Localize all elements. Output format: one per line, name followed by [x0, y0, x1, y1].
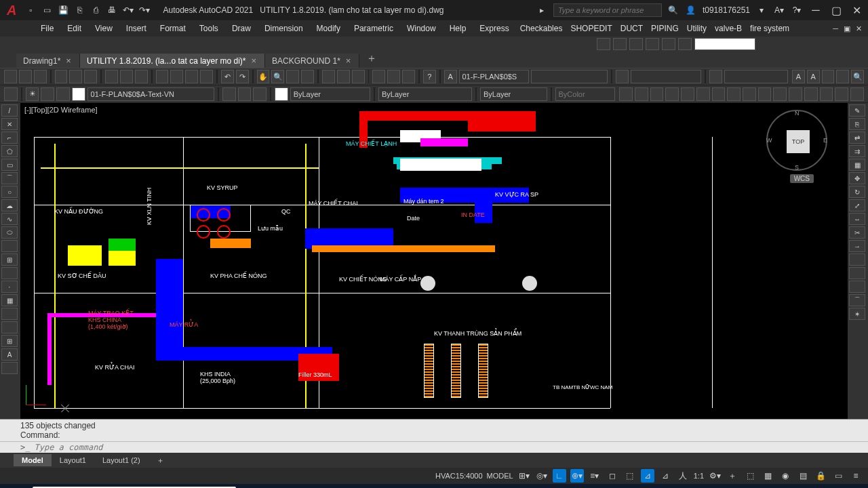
copy-tool-icon[interactable]: ⎘ — [849, 118, 865, 130]
linetype-select[interactable]: ByLayer — [378, 87, 472, 101]
erase-tool-icon[interactable]: ✎ — [849, 104, 865, 117]
dim-space-icon[interactable] — [773, 87, 787, 101]
menu-valve[interactable]: valve-B — [711, 21, 746, 36]
task-chrome-icon[interactable] — [429, 484, 458, 488]
tb-copy-icon[interactable] — [120, 70, 133, 83]
circle-tool-icon[interactable]: ○ — [1, 186, 18, 198]
xline-tool-icon[interactable]: ✕ — [1, 118, 18, 130]
tb-xref-icon[interactable] — [185, 70, 198, 83]
share-icon[interactable]: ▸ — [536, 4, 548, 16]
status-clean-icon[interactable]: ▭ — [831, 469, 845, 483]
dim-linear-icon[interactable] — [619, 87, 633, 101]
menu-express[interactable]: Express — [473, 21, 515, 36]
tb-help-icon[interactable]: ? — [423, 70, 436, 83]
rotate-tool-icon[interactable]: ↻ — [849, 186, 865, 198]
lineweight-select[interactable]: ByLayer — [480, 87, 547, 101]
status-trans-icon[interactable]: 人 — [676, 469, 690, 483]
menu-shopedit[interactable]: SHOPEDIT — [566, 21, 616, 36]
tb-preview-icon[interactable] — [69, 70, 82, 83]
user-icon[interactable]: 👤 — [685, 4, 697, 16]
layout2-tab[interactable]: Layout1 (2) — [94, 454, 149, 466]
dim-jog-icon[interactable] — [727, 87, 741, 101]
tb-new-icon[interactable] — [4, 70, 17, 83]
tb-dim1-icon[interactable] — [372, 70, 385, 83]
qat-undo-icon[interactable]: ↶▾ — [122, 4, 134, 16]
table-style-select[interactable] — [631, 70, 701, 83]
layer-match-icon[interactable] — [253, 87, 267, 101]
qat-plot-icon[interactable]: ⎙ — [90, 4, 102, 16]
tb-block-icon[interactable] — [170, 70, 183, 83]
help-icon[interactable]: ?▾ — [791, 4, 803, 16]
command-input[interactable] — [34, 443, 848, 452]
search-icon[interactable]: 🔍 — [667, 4, 679, 16]
point-tool-icon[interactable]: · — [1, 281, 18, 293]
menu-dimension[interactable]: Dimension — [258, 21, 310, 36]
menu-format[interactable]: Format — [153, 21, 193, 36]
ellipse-tool-icon[interactable]: ⬭ — [1, 226, 18, 239]
task-explorer-icon[interactable]: 📁 — [335, 484, 365, 488]
status-plus-icon[interactable]: ＋ — [726, 469, 739, 483]
add-layout-button[interactable]: ＋ — [149, 453, 172, 468]
hatch-tool-icon[interactable]: ▦ — [1, 294, 18, 306]
layer-freeze-icon[interactable] — [41, 87, 54, 101]
chamfer-tool-icon[interactable] — [849, 281, 865, 293]
tb-layer-icon[interactable] — [200, 70, 213, 83]
status-snap-icon[interactable]: ◎▾ — [535, 469, 549, 483]
layer-lock-icon[interactable] — [56, 87, 70, 101]
dim-style-select[interactable]: 01-F-PLAN$0$S — [459, 70, 530, 83]
task-app2-icon[interactable] — [397, 484, 427, 488]
layer-props-icon[interactable] — [4, 87, 18, 101]
offset-tool-icon[interactable]: ⇉ — [849, 145, 865, 157]
menu-tools[interactable]: Tools — [193, 21, 225, 36]
maximize-button[interactable]: ▢ — [829, 3, 844, 18]
app-menu-icon[interactable]: A▾ — [773, 4, 785, 16]
sub-tool-2[interactable] — [613, 38, 627, 50]
status-units-icon[interactable]: ◉ — [778, 469, 792, 483]
status-polar-icon[interactable]: ⊕▾ — [570, 469, 584, 483]
join-tool-icon[interactable] — [849, 267, 865, 279]
start-button[interactable] — [0, 484, 33, 488]
qat-redo-icon[interactable]: ↷▾ — [138, 4, 151, 16]
minimize-button[interactable]: ─ — [808, 3, 823, 18]
revcloud-tool-icon[interactable]: ☁ — [1, 199, 18, 211]
status-mon-icon[interactable]: ▦ — [761, 469, 774, 483]
color-select[interactable]: ByLayer — [290, 87, 370, 101]
menu-help[interactable]: Help — [443, 21, 473, 36]
tb-find-icon[interactable]: 🔍 — [851, 70, 864, 83]
plotstyle-select[interactable]: ByColor — [555, 87, 616, 101]
tb-zoom-win-icon[interactable] — [286, 70, 299, 83]
tab-new-button[interactable]: ＋ — [359, 49, 384, 68]
layer-color-icon[interactable] — [72, 87, 85, 101]
dim-tol-icon[interactable] — [804, 87, 818, 101]
qat-saveas-icon[interactable]: ⎘ — [73, 4, 85, 16]
status-lw-icon[interactable]: ⊿ — [658, 469, 672, 483]
menu-piping[interactable]: PIPING — [647, 21, 683, 36]
qat-print-icon[interactable]: 🖶 — [106, 4, 118, 16]
status-ws-icon[interactable]: ⬚ — [743, 469, 757, 483]
qat-save-icon[interactable]: 💾 — [57, 4, 69, 16]
menu-fire[interactable]: fire system — [746, 21, 793, 36]
task-edge-icon[interactable] — [304, 484, 334, 488]
tb-a2-icon[interactable]: A — [807, 70, 820, 83]
dim-base-icon[interactable] — [743, 87, 756, 101]
wcs-label[interactable]: WCS — [790, 174, 814, 183]
addsel-tool-icon[interactable] — [1, 362, 18, 374]
tb-cut-icon[interactable] — [105, 70, 118, 83]
dim-rad-icon[interactable] — [681, 87, 694, 101]
dim-ang-icon[interactable] — [712, 87, 726, 101]
layout1-tab[interactable]: Layout1 — [52, 454, 94, 466]
menu-edit[interactable]: Edit — [60, 21, 88, 36]
qat-open-icon[interactable]: ▭ — [41, 4, 53, 16]
sub-tool-4[interactable] — [646, 38, 659, 50]
menu-insert[interactable]: Insert — [119, 21, 153, 36]
mirror-tool-icon[interactable]: ⇄ — [849, 131, 865, 144]
ellipsearc-tool-icon[interactable] — [1, 240, 18, 252]
pline-tool-icon[interactable]: ⌐ — [1, 131, 18, 144]
tb-redo-icon[interactable]: ↷ — [236, 70, 249, 83]
dim-insp-icon[interactable] — [835, 87, 848, 101]
sub-tool-1[interactable] — [597, 38, 610, 50]
tb-save-icon[interactable] — [34, 70, 47, 83]
extend-tool-icon[interactable]: → — [849, 240, 865, 252]
trim-tool-icon[interactable]: ✂ — [849, 226, 865, 239]
menu-file[interactable]: File — [34, 21, 60, 36]
